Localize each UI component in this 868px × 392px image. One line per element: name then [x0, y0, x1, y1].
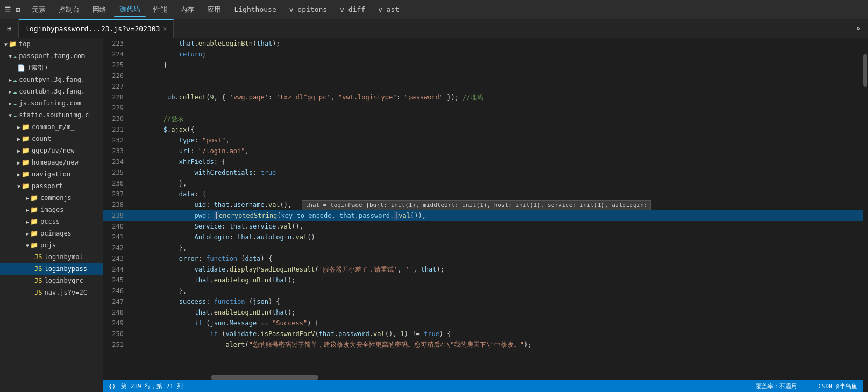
line-number: 223	[103, 38, 130, 49]
sidebar-item-suoyin[interactable]: 📄 (索引)	[0, 62, 103, 74]
nav-elements[interactable]: 元素	[26, 3, 51, 17]
table-row: 229	[103, 103, 863, 113]
sidebar-item-nav[interactable]: JS nav.js?v=2C	[0, 287, 103, 298]
line-content[interactable]: uid: that.username.val(), that = loginPa…	[130, 199, 863, 210]
line-number: 241	[103, 232, 130, 243]
sidebar-label: static.soufunimg.c	[19, 111, 89, 119]
line-content[interactable]: _ub.collect(9, { 'vwg.page': 'txz_dl^gg_…	[130, 92, 863, 103]
sidebar-label: (索引)	[27, 63, 48, 73]
line-content[interactable]: }	[130, 60, 863, 70]
horizontal-scrollbar[interactable]	[103, 374, 863, 380]
line-content[interactable]: AutoLogin: that.autoLogin.val()	[130, 232, 863, 243]
line-content[interactable]: if (json.Message == "Success") {	[130, 318, 863, 329]
sidebar-item-navigation[interactable]: ▶ 📁 navigation	[0, 168, 103, 180]
line-content[interactable]: url: "/login.api",	[130, 146, 863, 156]
nav-network[interactable]: 网络	[87, 3, 112, 17]
line-content[interactable]: that.enableLoginBtn(that);	[130, 275, 863, 286]
line-content[interactable]: },	[130, 178, 863, 189]
line-number: 248	[103, 307, 130, 318]
line-content[interactable]: },	[130, 243, 863, 253]
tab-close-button[interactable]: ✕	[163, 25, 167, 32]
sidebar-item-common-m[interactable]: ▶ 📁 common_m/m_	[0, 121, 103, 133]
sidebar-item-loginbymol[interactable]: JS loginbymol	[0, 251, 103, 263]
line-number: 225	[103, 60, 130, 70]
line-content[interactable]: validate.displayPswdLoginResult('服务器开小差了…	[130, 264, 863, 275]
nav-sources[interactable]: 源代码	[114, 2, 146, 17]
sidebar-item-pcjs[interactable]: ▼ 📁 pcjs	[0, 239, 103, 251]
folder-icon: 📁	[22, 182, 30, 190]
sidebar-item-loginbypassword[interactable]: JS loginbypass	[0, 263, 103, 275]
sidebar-item-loginbyqrc[interactable]: JS loginbyqrc	[0, 275, 103, 287]
tab-expand-button[interactable]: ⊳	[849, 19, 868, 38]
line-number: 249	[103, 318, 130, 329]
sidebar-item-homepage[interactable]: ▶ 📁 homepage/new	[0, 156, 103, 168]
nav-vast[interactable]: v_ast	[373, 3, 404, 16]
sidebar-item-count[interactable]: ▶ 📁 count	[0, 133, 103, 145]
line-content[interactable]: success: function (json) {	[130, 296, 863, 307]
line-number: 238	[103, 199, 130, 210]
line-content[interactable]: that.enableLoginBtn(that);	[130, 38, 863, 49]
sidebar-label: navigation	[32, 170, 70, 178]
line-number: 227	[103, 81, 130, 92]
sidebar-item-countubn[interactable]: ▶ ☁ countubn.3g.fang.	[0, 85, 103, 97]
sidebar-item-passport[interactable]: ▼ 📁 passport	[0, 180, 103, 192]
line-content[interactable]: withCredentials: true	[130, 167, 863, 178]
code-lines: 223 that.enableLoginBtn(that); 224 retur…	[103, 38, 863, 350]
line-content[interactable]: $.ajax({	[130, 124, 863, 135]
line-content[interactable]: if (validate.isPasswordForV(that.passwor…	[130, 329, 863, 339]
line-content[interactable]	[130, 81, 863, 92]
sidebar-item-top[interactable]: ▼ 📁 top	[0, 38, 103, 50]
sidebar-label: commonjs	[40, 194, 72, 202]
table-row: 242 },	[103, 243, 863, 253]
line-content[interactable]: data: {	[130, 189, 863, 199]
line-content[interactable]: alert("您的账号密码过于简单，建议修改为安全性更高的密码。您可稍后在\"我…	[130, 339, 863, 350]
sidebar-item-countpvn[interactable]: ▶ ☁ countpvn.3g.fang.	[0, 74, 103, 85]
line-content[interactable]: //登录	[130, 113, 863, 124]
sidebar-toggle-button[interactable]: ⊞	[0, 19, 19, 38]
sidebar-label: loginbymol	[44, 253, 83, 261]
nav-lighthouse[interactable]: Lighthouse	[229, 3, 281, 16]
sidebar-item-passport-fang[interactable]: ▼ ☁ passport.fang.com	[0, 50, 103, 62]
tab-loginbypassword[interactable]: loginbypassword...23.js?v=202303 ✕	[19, 19, 174, 38]
arrow-icon: ▶	[17, 124, 20, 130]
line-content[interactable]: },	[130, 286, 863, 296]
h-scrollbar-thumb[interactable]	[211, 375, 318, 380]
sidebar-item-images[interactable]: ▶ 📁 images	[0, 204, 103, 216]
arrow-icon: ▶	[9, 77, 12, 83]
cloud-icon: ☁	[13, 52, 17, 60]
top-nav-bar: ☰ ⊡ 元素 控制台 网络 源代码 性能 内存 应用 Lighthouse v_…	[0, 0, 868, 19]
sidebar-item-soufunimg[interactable]: ▶ ☁ js.soufunimg.com	[0, 97, 103, 109]
code-editor[interactable]: 223 that.enableLoginBtn(that); 224 retur…	[103, 38, 863, 392]
line-content[interactable]: xhrFields: {	[130, 156, 863, 167]
v-scrollbar-thumb[interactable]	[863, 54, 867, 87]
line-content[interactable]: type: "post",	[130, 135, 863, 146]
sidebar-item-commonjs[interactable]: ▶ 📁 commonjs	[0, 192, 103, 204]
sidebar-item-pccss[interactable]: ▶ 📁 pccss	[0, 216, 103, 227]
line-number: 231	[103, 124, 130, 135]
sidebar-label: countubn.3g.fang.	[19, 88, 85, 95]
nav-performance[interactable]: 性能	[148, 3, 173, 17]
cloud-icon: ☁	[13, 88, 17, 95]
nav-vopitons[interactable]: v_opitons	[284, 3, 332, 16]
line-content[interactable]	[130, 103, 863, 113]
sidebar-item-static-soufunimg[interactable]: ▼ ☁ static.soufunimg.c	[0, 109, 103, 121]
nav-vdiff[interactable]: v_diff	[335, 3, 371, 16]
sidebar-item-pcimages[interactable]: ▶ 📁 pcimages	[0, 227, 103, 239]
line-content[interactable]: that.enableLoginBtn(that);	[130, 307, 863, 318]
nav-memory[interactable]: 内存	[175, 3, 200, 17]
line-content[interactable]	[130, 70, 863, 81]
line-content-highlighted[interactable]: pwd: |encryptedString(key_to_encode, tha…	[130, 210, 863, 221]
nav-console[interactable]: 控制台	[53, 3, 85, 17]
sidebar-label: passport	[32, 182, 63, 190]
line-content[interactable]: return;	[130, 49, 863, 60]
line-content[interactable]: error: function (data) {	[130, 253, 863, 264]
vertical-scrollbar[interactable]	[863, 38, 868, 392]
line-content[interactable]: Service: that.service.val(),	[130, 221, 863, 232]
line-number: 229	[103, 103, 130, 113]
table-row: 247 success: function (json) {	[103, 296, 863, 307]
nav-application[interactable]: 应用	[202, 3, 226, 17]
sidebar-label: ggcp/uv/new	[32, 147, 74, 154]
arrow-icon: ▼	[26, 243, 29, 248]
code-scroll-area[interactable]: 223 that.enableLoginBtn(that); 224 retur…	[103, 38, 863, 374]
sidebar-item-ggcp[interactable]: ▶ 📁 ggcp/uv/new	[0, 145, 103, 156]
